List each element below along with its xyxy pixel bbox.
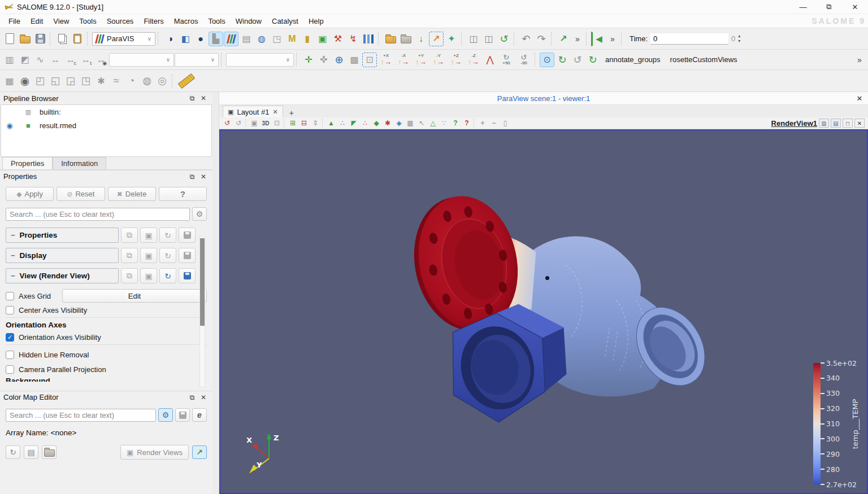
visibility-eye-icon[interactable]: ◉: [2, 121, 17, 130]
close-panel-icon[interactable]: ✕: [198, 394, 209, 401]
component-combo[interactable]: ∨: [175, 53, 219, 67]
module-plugins-button[interactable]: ↯: [346, 32, 361, 46]
scrollbar-thumb[interactable]: [200, 238, 205, 326]
axes-grid-checkbox[interactable]: [6, 292, 14, 300]
zoom-to-data-button[interactable]: ⊡: [271, 118, 283, 128]
select-points-on-button[interactable]: ∴: [337, 118, 348, 128]
save-view-defaults-button[interactable]: [179, 268, 196, 283]
menu-view[interactable]: View: [48, 15, 74, 27]
select-cells-through-button[interactable]: ◤: [348, 118, 359, 128]
section-view[interactable]: −View (Render View): [6, 268, 119, 283]
paste-view-button[interactable]: ▣: [140, 268, 157, 283]
zoom-in-button[interactable]: ⊞: [287, 118, 298, 128]
select-cells-polygon-button[interactable]: ◆: [371, 118, 382, 128]
menu-tools-2[interactable]: Tools: [203, 15, 230, 27]
orientation-axes-visibility-checkbox[interactable]: ✓: [6, 333, 14, 342]
color-by-combo[interactable]: ∨: [109, 53, 174, 67]
edit-color-map-icon[interactable]: ◩: [18, 53, 32, 67]
spin-down-icon[interactable]: ▾: [738, 39, 740, 44]
measure-distance-button[interactable]: [177, 73, 196, 88]
time-spinner[interactable]: ▴▾: [738, 34, 740, 44]
copy-display-button[interactable]: ⧉: [121, 248, 138, 263]
view-plus-y-button[interactable]: +Y↑→: [413, 52, 429, 68]
clear-selection-button[interactable]: ▯: [500, 118, 511, 128]
module-pyhello-button[interactable]: ▣: [315, 32, 330, 46]
export-data-button[interactable]: ↓: [414, 32, 428, 46]
reset-session-button[interactable]: ↺: [497, 32, 511, 46]
edit-axes-grid-button[interactable]: Edit: [62, 289, 207, 303]
zoom-to-box-button[interactable]: ⊡: [362, 53, 377, 67]
module-distene-button[interactable]: ◍: [254, 32, 269, 46]
representation-icon[interactable]: ▥: [2, 53, 17, 67]
help-button[interactable]: ?: [159, 187, 207, 201]
rotate-minus-90-button[interactable]: ↺-90: [515, 52, 532, 68]
viewer-close-icon[interactable]: ✕: [851, 94, 868, 103]
save-document-button[interactable]: [33, 32, 47, 46]
menu-catalyst[interactable]: Catalyst: [267, 15, 303, 27]
warp-filter-button[interactable]: ◔: [124, 73, 139, 88]
threshold-filter-button[interactable]: ◲: [63, 73, 78, 88]
first-frame-button[interactable]: ◀: [591, 32, 606, 46]
properties-search-input[interactable]: [6, 208, 190, 221]
module-mesh-button[interactable]: ●: [193, 32, 208, 46]
zoom-out-button[interactable]: ⊟: [298, 118, 310, 128]
view-plus-x-button[interactable]: +X↑→: [377, 52, 394, 68]
section-display[interactable]: −Display: [6, 248, 119, 263]
rotate-view-ccw-button[interactable]: ↺: [570, 53, 585, 67]
interact-mode-2d-button[interactable]: ↺: [233, 118, 244, 128]
time-input[interactable]: [650, 33, 728, 45]
module-jobmanager-button[interactable]: ▤: [239, 32, 254, 46]
tab-layout-1[interactable]: ▣ Layout #1 ✕: [223, 106, 283, 117]
module-yacs-button[interactable]: M: [285, 32, 300, 46]
disconnect-server-button[interactable]: ◫: [481, 32, 496, 46]
delete-button[interactable]: ✖Delete: [108, 187, 156, 201]
menu-file[interactable]: File: [3, 15, 25, 27]
rescale-curve-icon[interactable]: ∿: [33, 53, 47, 67]
module-shaper-button[interactable]: ◑: [163, 32, 177, 46]
rescale-data-range-button[interactable]: ↔: [48, 53, 63, 67]
menu-help[interactable]: Help: [303, 15, 329, 27]
properties-scrollbar[interactable]: [199, 236, 205, 387]
menu-macros[interactable]: Macros: [169, 15, 203, 27]
paste-display-button[interactable]: ▣: [140, 248, 157, 263]
menu-window[interactable]: Window: [231, 15, 267, 27]
pipeline-item-builtin[interactable]: ▥ builtin:: [1, 105, 211, 119]
rescale-visible-range-button[interactable]: ↔◉: [94, 53, 108, 67]
export-scene-button[interactable]: ✦: [444, 32, 459, 46]
select-blocks-button[interactable]: ▩: [405, 118, 416, 128]
cme-auto-apply-button[interactable]: ↗: [192, 445, 207, 459]
new-layout-tab-button[interactable]: +: [284, 108, 299, 117]
reset-button[interactable]: ⊘Reset: [57, 187, 105, 201]
rotate-view-cw-button[interactable]: ↻: [555, 53, 570, 67]
menu-sources[interactable]: Sources: [102, 15, 139, 27]
maximize-view-button[interactable]: □: [843, 119, 853, 128]
rescale-custom-range-button[interactable]: ↔c: [63, 53, 78, 67]
python-trace-export-button[interactable]: ↗: [556, 32, 571, 46]
adjust-scale-button[interactable]: ⇕: [310, 118, 321, 128]
reset-view-defaults-button[interactable]: ↻: [159, 268, 176, 283]
dock-splitter[interactable]: [212, 92, 219, 494]
cme-choose-preset-button[interactable]: ▤: [24, 445, 38, 459]
interact-mode-3d-button[interactable]: ↺: [222, 118, 233, 128]
view-plus-z-button[interactable]: +Z↑→: [448, 52, 465, 68]
pick-center-button[interactable]: ↖: [416, 118, 427, 128]
rescale-temporal-range-button[interactable]: ↔t: [79, 53, 93, 67]
interactive-select-points-button[interactable]: ∵: [439, 118, 450, 128]
isometric-view-button[interactable]: ⋀: [483, 53, 497, 67]
histogram-button[interactable]: [361, 32, 376, 46]
float-panel-icon[interactable]: ⧉: [186, 394, 198, 401]
select-cells-on-button[interactable]: ▲: [326, 118, 337, 128]
save-screenshot-button[interactable]: ↗: [429, 32, 444, 46]
copy-view-button[interactable]: ⧉: [121, 268, 138, 283]
search-options-gear-button[interactable]: ⚙: [192, 207, 207, 221]
toggle-3d-button[interactable]: 3D: [260, 118, 271, 128]
contour-filter-button[interactable]: ≈: [109, 73, 124, 88]
show-center-button[interactable]: ▩: [347, 53, 362, 67]
reset-display-defaults-button[interactable]: ↻: [159, 248, 176, 263]
copy-button[interactable]: [55, 32, 70, 46]
menu-tools[interactable]: Tools: [74, 15, 101, 27]
close-button[interactable]: ✕: [842, 0, 868, 14]
cme-refresh-button[interactable]: ↻: [6, 445, 20, 459]
section-properties[interactable]: −Properties: [6, 228, 119, 243]
redo-button[interactable]: ↷: [534, 32, 549, 46]
